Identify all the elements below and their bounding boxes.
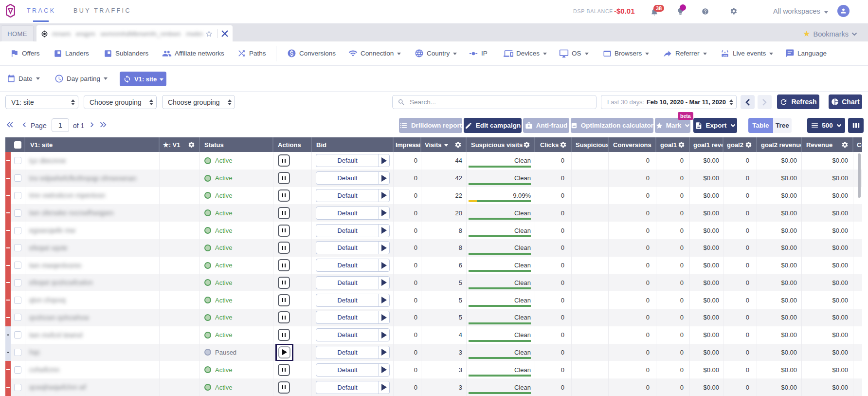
svg-text:LIVE: LIVE: [723, 54, 727, 57]
